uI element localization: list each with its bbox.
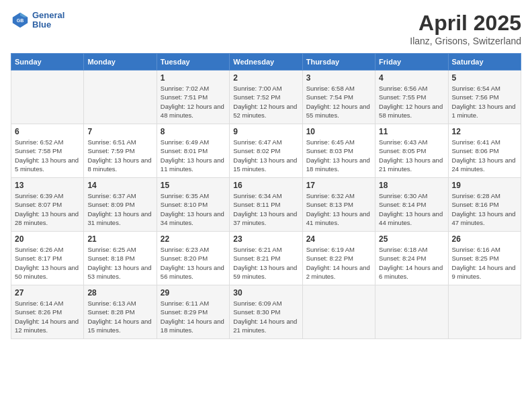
calendar-day-cell: 25Sunrise: 6:18 AM Sunset: 8:24 PM Dayli… (375, 232, 448, 285)
calendar-day-cell: 14Sunrise: 6:37 AM Sunset: 8:09 PM Dayli… (84, 178, 157, 232)
calendar-day-cell: 29Sunrise: 6:11 AM Sunset: 8:29 PM Dayli… (157, 285, 229, 339)
title-block: April 2025 Ilanz, Grisons, Switzerland (410, 11, 521, 46)
calendar-day-cell (11, 71, 84, 124)
month-year-title: April 2025 (410, 11, 521, 36)
day-number: 3 (306, 73, 371, 83)
day-number: 28 (87, 288, 152, 298)
calendar-day-cell: 11Sunrise: 6:43 AM Sunset: 8:05 PM Dayli… (375, 124, 448, 178)
calendar-table: SundayMondayTuesdayWednesdayThursdayFrid… (11, 53, 521, 339)
day-info: Sunrise: 6:56 AM Sunset: 7:55 PM Dayligh… (379, 84, 444, 120)
calendar-day-cell: 27Sunrise: 6:14 AM Sunset: 8:26 PM Dayli… (11, 285, 84, 339)
day-number: 17 (306, 181, 371, 190)
calendar-day-cell: 6Sunrise: 6:52 AM Sunset: 7:58 PM Daylig… (11, 124, 84, 178)
calendar-day-cell: 18Sunrise: 6:30 AM Sunset: 8:14 PM Dayli… (375, 178, 448, 232)
calendar-day-cell (302, 285, 375, 339)
calendar-day-cell: 1Sunrise: 7:02 AM Sunset: 7:51 PM Daylig… (157, 71, 229, 124)
day-info: Sunrise: 6:32 AM Sunset: 8:13 PM Dayligh… (306, 191, 371, 227)
weekday-header-cell: Wednesday (230, 54, 302, 71)
logo-line2: Blue (32, 20, 64, 30)
calendar-week-row: 1Sunrise: 7:02 AM Sunset: 7:51 PM Daylig… (11, 71, 521, 124)
calendar-day-cell: 26Sunrise: 6:16 AM Sunset: 8:25 PM Dayli… (448, 232, 521, 285)
calendar-day-cell: 17Sunrise: 6:32 AM Sunset: 8:13 PM Dayli… (302, 178, 375, 232)
day-number: 20 (15, 234, 80, 244)
day-number: 1 (161, 73, 226, 83)
calendar-day-cell: 16Sunrise: 6:34 AM Sunset: 8:11 PM Dayli… (230, 178, 302, 232)
day-number: 14 (87, 181, 152, 190)
calendar-day-cell (84, 71, 157, 124)
day-info: Sunrise: 6:30 AM Sunset: 8:14 PM Dayligh… (379, 191, 444, 227)
weekday-header-cell: Saturday (448, 54, 521, 71)
day-info: Sunrise: 6:54 AM Sunset: 7:56 PM Dayligh… (452, 84, 517, 120)
calendar-day-cell: 20Sunrise: 6:26 AM Sunset: 8:17 PM Dayli… (11, 232, 84, 285)
logo: GB General Blue (11, 11, 64, 30)
calendar-day-cell: 13Sunrise: 6:39 AM Sunset: 8:07 PM Dayli… (11, 178, 84, 232)
day-number: 30 (233, 288, 298, 298)
day-number: 21 (87, 234, 152, 244)
day-number: 9 (233, 127, 298, 136)
page-header: GB General Blue April 2025 Ilanz, Grison… (11, 11, 521, 46)
weekday-header-cell: Tuesday (157, 54, 229, 71)
calendar-day-cell (375, 285, 448, 339)
day-number: 2 (233, 73, 298, 83)
day-number: 29 (161, 288, 226, 298)
weekday-header-cell: Monday (84, 54, 157, 71)
day-number: 15 (161, 181, 226, 190)
day-number: 8 (161, 127, 226, 136)
calendar-day-cell: 8Sunrise: 6:49 AM Sunset: 8:01 PM Daylig… (157, 124, 229, 178)
day-info: Sunrise: 6:52 AM Sunset: 7:58 PM Dayligh… (15, 138, 80, 173)
day-info: Sunrise: 6:19 AM Sunset: 8:22 PM Dayligh… (306, 245, 371, 281)
svg-text:GB: GB (17, 18, 24, 23)
calendar-day-cell (448, 285, 521, 339)
logo-text: General Blue (32, 11, 64, 30)
day-number: 25 (379, 234, 444, 244)
day-info: Sunrise: 6:13 AM Sunset: 8:28 PM Dayligh… (87, 299, 152, 334)
day-number: 12 (452, 127, 517, 136)
day-info: Sunrise: 6:16 AM Sunset: 8:25 PM Dayligh… (452, 245, 517, 281)
day-number: 23 (233, 234, 298, 244)
calendar-day-cell: 4Sunrise: 6:56 AM Sunset: 7:55 PM Daylig… (375, 71, 448, 124)
day-info: Sunrise: 6:28 AM Sunset: 8:16 PM Dayligh… (452, 191, 517, 227)
day-info: Sunrise: 6:23 AM Sunset: 8:20 PM Dayligh… (161, 245, 226, 281)
calendar-day-cell: 24Sunrise: 6:19 AM Sunset: 8:22 PM Dayli… (302, 232, 375, 285)
day-number: 16 (233, 181, 298, 190)
calendar-day-cell: 2Sunrise: 7:00 AM Sunset: 7:52 PM Daylig… (230, 71, 302, 124)
day-info: Sunrise: 6:49 AM Sunset: 8:01 PM Dayligh… (161, 138, 226, 173)
calendar-day-cell: 19Sunrise: 6:28 AM Sunset: 8:16 PM Dayli… (448, 178, 521, 232)
day-number: 18 (379, 181, 444, 190)
day-info: Sunrise: 6:45 AM Sunset: 8:03 PM Dayligh… (306, 138, 371, 173)
location-subtitle: Ilanz, Grisons, Switzerland (410, 36, 521, 46)
day-number: 5 (452, 73, 517, 83)
day-info: Sunrise: 6:34 AM Sunset: 8:11 PM Dayligh… (233, 191, 298, 227)
calendar-day-cell: 30Sunrise: 6:09 AM Sunset: 8:30 PM Dayli… (230, 285, 302, 339)
calendar-day-cell: 12Sunrise: 6:41 AM Sunset: 8:06 PM Dayli… (448, 124, 521, 178)
day-number: 4 (379, 73, 444, 83)
calendar-week-row: 20Sunrise: 6:26 AM Sunset: 8:17 PM Dayli… (11, 232, 521, 285)
calendar-day-cell: 10Sunrise: 6:45 AM Sunset: 8:03 PM Dayli… (302, 124, 375, 178)
weekday-header-row: SundayMondayTuesdayWednesdayThursdayFrid… (11, 54, 521, 71)
day-info: Sunrise: 6:21 AM Sunset: 8:21 PM Dayligh… (233, 245, 298, 281)
day-info: Sunrise: 6:43 AM Sunset: 8:05 PM Dayligh… (379, 138, 444, 173)
calendar-day-cell: 15Sunrise: 6:35 AM Sunset: 8:10 PM Dayli… (157, 178, 229, 232)
day-info: Sunrise: 7:00 AM Sunset: 7:52 PM Dayligh… (233, 84, 298, 120)
day-info: Sunrise: 6:14 AM Sunset: 8:26 PM Dayligh… (15, 299, 80, 334)
day-info: Sunrise: 6:26 AM Sunset: 8:17 PM Dayligh… (15, 245, 80, 281)
day-info: Sunrise: 6:47 AM Sunset: 8:02 PM Dayligh… (233, 138, 298, 173)
weekday-header-cell: Sunday (11, 54, 84, 71)
logo-icon: GB (11, 11, 30, 30)
weekday-header-cell: Friday (375, 54, 448, 71)
calendar-day-cell: 22Sunrise: 6:23 AM Sunset: 8:20 PM Dayli… (157, 232, 229, 285)
calendar-day-cell: 9Sunrise: 6:47 AM Sunset: 8:02 PM Daylig… (230, 124, 302, 178)
calendar-day-cell: 3Sunrise: 6:58 AM Sunset: 7:54 PM Daylig… (302, 71, 375, 124)
day-info: Sunrise: 6:41 AM Sunset: 8:06 PM Dayligh… (452, 138, 517, 173)
calendar-week-row: 13Sunrise: 6:39 AM Sunset: 8:07 PM Dayli… (11, 178, 521, 232)
day-number: 13 (15, 181, 80, 190)
calendar-body: 1Sunrise: 7:02 AM Sunset: 7:51 PM Daylig… (11, 71, 521, 339)
day-number: 6 (15, 127, 80, 136)
day-number: 26 (452, 234, 517, 244)
calendar-day-cell: 21Sunrise: 6:25 AM Sunset: 8:18 PM Dayli… (84, 232, 157, 285)
calendar-day-cell: 23Sunrise: 6:21 AM Sunset: 8:21 PM Dayli… (230, 232, 302, 285)
day-info: Sunrise: 6:58 AM Sunset: 7:54 PM Dayligh… (306, 84, 371, 120)
day-number: 19 (452, 181, 517, 190)
day-number: 10 (306, 127, 371, 136)
calendar-day-cell: 5Sunrise: 6:54 AM Sunset: 7:56 PM Daylig… (448, 71, 521, 124)
